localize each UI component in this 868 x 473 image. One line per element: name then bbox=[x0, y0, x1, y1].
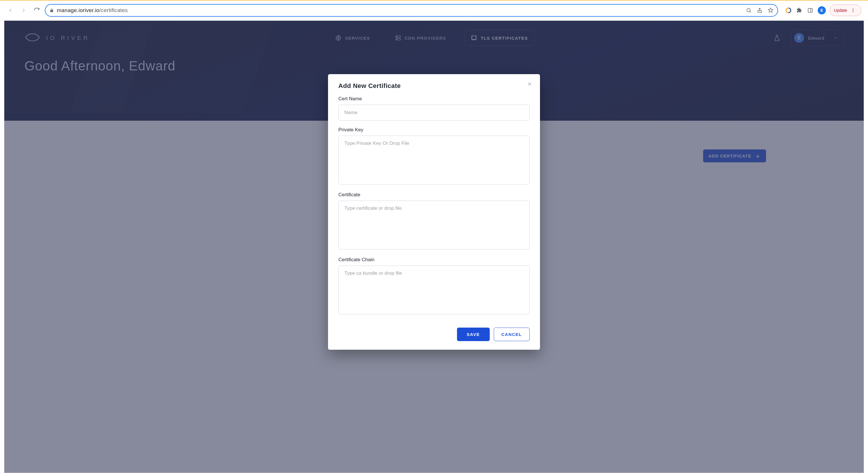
url-path: /certificates bbox=[99, 7, 128, 13]
private-key-input[interactable] bbox=[338, 136, 530, 184]
private-key-label: Private Key bbox=[338, 127, 530, 133]
reload-button[interactable] bbox=[32, 5, 42, 16]
update-button[interactable]: Update bbox=[830, 5, 861, 16]
certificate-input[interactable] bbox=[338, 201, 530, 249]
profile-avatar[interactable]: E bbox=[818, 6, 826, 14]
chain-input[interactable] bbox=[338, 266, 530, 314]
bookmark-star-icon[interactable] bbox=[768, 7, 774, 13]
address-bar[interactable]: manage.ioriver.io/certificates bbox=[45, 4, 778, 17]
svg-rect-3 bbox=[808, 8, 812, 12]
forward-button[interactable] bbox=[19, 5, 29, 16]
svg-point-4 bbox=[853, 9, 854, 9]
kebab-icon[interactable] bbox=[849, 7, 857, 14]
share-icon[interactable] bbox=[757, 7, 763, 13]
lock-icon bbox=[50, 8, 54, 13]
app-viewport: IO RIVER SERVICES CDN PROVIDERS bbox=[4, 21, 864, 473]
cert-name-label: Cert Name bbox=[338, 96, 530, 102]
chain-label: Certificate Chain bbox=[338, 257, 530, 263]
cancel-button[interactable]: CANCEL bbox=[494, 328, 530, 341]
add-certificate-modal: Add New Certificate Cert Name Private Ke… bbox=[328, 74, 540, 350]
back-button[interactable] bbox=[5, 5, 16, 16]
url-text: manage.ioriver.io/certificates bbox=[57, 7, 128, 13]
save-button[interactable]: SAVE bbox=[457, 328, 490, 341]
cert-name-input[interactable] bbox=[338, 105, 530, 121]
svg-point-0 bbox=[747, 8, 750, 12]
zoom-icon[interactable] bbox=[746, 7, 752, 13]
certificate-label: Certificate bbox=[338, 192, 530, 198]
url-host: manage.ioriver.io bbox=[57, 7, 99, 13]
svg-point-6 bbox=[853, 11, 854, 12]
extensions-icon[interactable] bbox=[796, 7, 803, 14]
browser-toolbar: manage.ioriver.io/certificates E Update bbox=[0, 0, 868, 20]
panel-icon[interactable] bbox=[807, 7, 814, 14]
svg-point-5 bbox=[853, 10, 854, 11]
modal-title: Add New Certificate bbox=[338, 82, 530, 90]
extension-swirl-icon[interactable] bbox=[785, 7, 792, 14]
update-label: Update bbox=[834, 8, 847, 13]
modal-close-button[interactable] bbox=[526, 81, 533, 87]
